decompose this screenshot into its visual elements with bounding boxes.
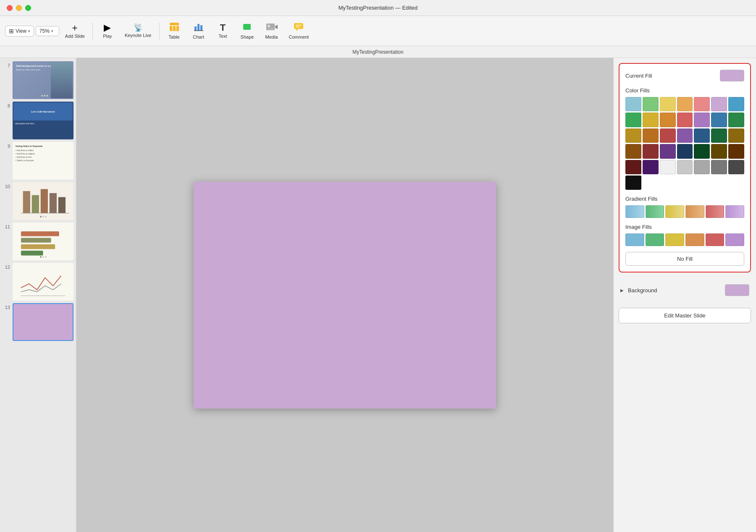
slide-thumb-12[interactable] (13, 263, 74, 301)
color-swatch[interactable] (677, 113, 693, 127)
comment-label: Comment (289, 34, 309, 39)
color-swatch[interactable] (694, 160, 710, 174)
slide-dots-10 (40, 216, 47, 218)
shape-button[interactable]: Shape (236, 21, 259, 41)
play-button[interactable]: ▶ Play (96, 21, 119, 40)
table-button[interactable]: Table (163, 21, 186, 41)
slide-thumb-row-11: 11 (3, 223, 74, 260)
color-swatch[interactable] (660, 113, 676, 127)
color-swatch[interactable] (643, 97, 659, 111)
chart-button[interactable]: Chart (187, 21, 210, 41)
color-swatch[interactable] (711, 97, 727, 111)
table-label: Table (168, 34, 179, 39)
background-swatch[interactable] (725, 284, 749, 296)
zoom-chevron: ▾ (51, 29, 53, 33)
color-swatch[interactable] (728, 113, 744, 127)
color-swatch[interactable] (677, 144, 693, 158)
slide-dots-7 (39, 95, 48, 97)
slide-num-7: 7 (3, 61, 10, 68)
comment-button[interactable]: Comment (285, 21, 313, 41)
shape-icon (242, 22, 252, 33)
color-swatch[interactable] (677, 97, 693, 111)
canvas-area[interactable] (76, 58, 613, 532)
color-swatch[interactable] (677, 160, 693, 174)
slide-thumb-8[interactable]: Let's Add Narration! description text he… (13, 102, 74, 139)
color-swatch[interactable] (625, 160, 641, 174)
color-swatch[interactable] (660, 144, 676, 158)
color-swatch[interactable] (625, 128, 641, 143)
color-swatch[interactable] (728, 97, 744, 111)
toolbar: ⊞ View ▾ 75% ▾ ＋ Add Slide ▶ Play 📡 Keyn… (0, 16, 756, 46)
color-swatch[interactable] (711, 144, 727, 158)
maximize-button[interactable] (25, 5, 31, 11)
image-fill-swatch[interactable] (646, 233, 664, 246)
image-fill-swatch[interactable] (665, 233, 684, 246)
slide-num-10: 10 (3, 182, 10, 189)
image-fill-swatch[interactable] (685, 233, 704, 246)
svg-rect-5 (197, 24, 200, 31)
image-fill-swatch[interactable] (625, 233, 644, 246)
color-swatch[interactable] (694, 97, 710, 111)
dot (45, 216, 47, 218)
color-swatch[interactable] (677, 128, 693, 143)
color-swatch[interactable] (728, 144, 744, 158)
play-icon: ▶ (104, 23, 111, 32)
gradient-swatch[interactable] (725, 205, 744, 218)
color-swatch[interactable] (660, 128, 676, 143)
image-fill-swatch[interactable] (706, 233, 724, 246)
slide-title-bar: MyTestingPresentation (0, 46, 756, 58)
color-swatch[interactable] (728, 128, 744, 143)
slide-thumb-9[interactable]: Using links in Keynote • Add links to sl… (13, 142, 74, 180)
color-swatch[interactable] (694, 128, 710, 143)
view-label: View (16, 28, 26, 34)
slide-thumb-11[interactable] (13, 223, 74, 260)
color-swatch[interactable] (711, 160, 727, 174)
gradient-swatch[interactable] (706, 205, 724, 218)
no-fill-button[interactable]: No Fill (625, 252, 744, 266)
media-icon (266, 22, 278, 33)
gradient-fills-grid (625, 205, 744, 218)
color-swatch[interactable] (660, 97, 676, 111)
minimize-button[interactable] (16, 5, 22, 11)
color-swatch[interactable] (711, 113, 727, 127)
slide-thumb-10[interactable] (13, 182, 74, 220)
image-fills-title: Image Fills (625, 224, 744, 230)
color-swatch[interactable] (694, 144, 710, 158)
slide-thumb-row-7: 7 Add background music to a presentation… (3, 61, 74, 99)
close-button[interactable] (7, 5, 13, 11)
chart-label: Chart (193, 34, 204, 39)
media-label: Media (265, 34, 278, 39)
media-button[interactable]: Media (260, 21, 283, 41)
background-expand-icon[interactable]: ▶ (620, 288, 624, 293)
slide-thumb-7[interactable]: Add background music to a presentation M… (13, 61, 74, 99)
text-button[interactable]: T Text (212, 21, 234, 40)
keynote-live-button[interactable]: 📡 Keynote Live (121, 22, 156, 39)
color-swatch[interactable] (643, 160, 659, 174)
slide-thumb-row-13: 13 (3, 303, 74, 341)
color-swatch[interactable] (625, 113, 641, 127)
svg-rect-23 (21, 231, 59, 236)
current-fill-swatch[interactable] (720, 70, 744, 81)
color-swatch[interactable] (694, 113, 710, 127)
color-swatch[interactable] (711, 128, 727, 143)
slide-thumb-13[interactable] (13, 303, 74, 341)
view-button[interactable]: ⊞ View ▾ (5, 26, 34, 37)
color-swatch[interactable] (660, 160, 676, 174)
gradient-swatch[interactable] (685, 205, 704, 218)
gradient-swatch[interactable] (625, 205, 644, 218)
color-swatch[interactable] (643, 113, 659, 127)
color-swatch[interactable] (728, 160, 744, 174)
gradient-swatch[interactable] (665, 205, 684, 218)
color-swatch[interactable] (625, 176, 641, 190)
text-icon: T (220, 23, 226, 32)
color-swatch[interactable] (643, 128, 659, 143)
add-slide-button[interactable]: ＋ Add Slide (61, 21, 89, 40)
edit-master-slide-button[interactable]: Edit Master Slide (619, 308, 751, 323)
zoom-button[interactable]: 75% ▾ (36, 26, 59, 36)
play-label: Play (103, 34, 112, 39)
color-swatch[interactable] (643, 144, 659, 158)
image-fill-swatch[interactable] (725, 233, 744, 246)
color-swatch[interactable] (625, 97, 641, 111)
gradient-swatch[interactable] (646, 205, 664, 218)
color-swatch[interactable] (625, 144, 641, 158)
